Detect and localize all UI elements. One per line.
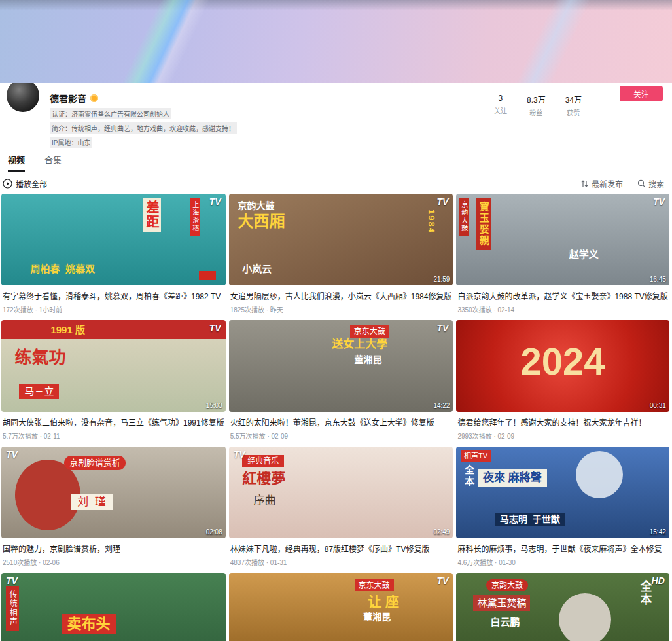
- thumb-label: 1984: [426, 210, 436, 234]
- video-thumbnail[interactable]: 京韵大鼓大西厢小岚云1984TV21:59: [229, 194, 453, 285]
- video-title[interactable]: 麻科长的麻烦事，马志明，于世猷《夜来麻将声》全本修复: [457, 543, 667, 554]
- channel-banner: [0, 0, 672, 83]
- video-title[interactable]: 林妹妹下凡啦，经典再现，87版红楼梦《序曲》TV修复版: [230, 543, 452, 554]
- sort-button[interactable]: 最新发布: [580, 178, 623, 189]
- publish-date: 02-11: [44, 433, 60, 440]
- thumb-label: 小岚云: [242, 263, 272, 275]
- publish-date: 02-09: [272, 433, 289, 440]
- video-meta: 1825次播放 · 昨天: [230, 304, 452, 314]
- video-card[interactable]: 差距上海滑稽周柏春 姚慕双TV 有字幕终于看懂，滑稽泰斗，姚慕双，周柏春《差距》…: [1, 194, 226, 314]
- view-count: 3350次播放: [457, 306, 491, 314]
- stat-following[interactable]: 3 关注: [484, 94, 517, 115]
- follow-button[interactable]: 关注: [620, 86, 663, 101]
- thumb-label: 练氣功: [15, 348, 66, 368]
- thumb-label: 2024: [456, 339, 669, 384]
- view-count: 5.7万次播放: [3, 433, 38, 440]
- video-title[interactable]: 国粹的魅力，京剧脸谱赏析，刘瑾: [3, 543, 224, 554]
- thumb-label: 董湘昆: [363, 612, 391, 623]
- username[interactable]: 德君影音: [50, 92, 86, 105]
- video-thumbnail[interactable]: 京东大鼓送女上大學董湘昆TV14:22: [229, 320, 453, 412]
- thumb-label: 全本: [637, 580, 652, 606]
- video-thumbnail[interactable]: 202400:31: [456, 320, 669, 412]
- thumb-label: 京韵大鼓: [486, 579, 528, 591]
- video-card[interactable]: 相声TV全本夜來 麻將聲马志明 于世猷15:42 麻科长的麻烦事，马志明，于世猷…: [456, 447, 669, 567]
- thumb-label: 赵学义: [569, 249, 599, 261]
- thumb-label: 京韵大鼓: [459, 198, 469, 236]
- thumb-label: 卖布头: [62, 614, 116, 634]
- ip-location: IP属地：山东: [50, 137, 92, 148]
- video-thumbnail[interactable]: 京剧脸谱赏析刘 瑾TV02:08: [1, 447, 226, 538]
- video-thumbnail[interactable]: 京韵大鼓林黛玉焚稿白云鹏全本HD06:16: [456, 573, 669, 641]
- video-title[interactable]: 德君给您拜年了！感谢大家的支持！祝大家龙年吉祥！: [457, 416, 667, 428]
- thumb-label: 林黛玉焚稿: [473, 595, 530, 611]
- video-title[interactable]: 白派京韵大鼓的改革派，赵学义《宝玉娶亲》1988 TV修复版: [457, 290, 667, 301]
- video-card[interactable]: 京东大鼓让 座董湘昆TV03:54 异性相吸，态度截然不同，董湘昆-京东大鼓《让…: [229, 573, 453, 641]
- video-toolbar: 播放全部 最新发布 搜索: [0, 172, 672, 194]
- tab-videos[interactable]: 视频: [8, 153, 25, 172]
- meta-separator: ·: [493, 559, 499, 566]
- video-card[interactable]: 京韵大鼓林黛玉焚稿白云鹏全本HD06:16 少马爷模仿的原版来啦，白云鹏《林黛玉…: [456, 573, 669, 641]
- video-card[interactable]: 202400:31 德君给您拜年了！感谢大家的支持！祝大家龙年吉祥！ 2993次…: [456, 320, 669, 441]
- stat-followers[interactable]: 8.3万 粉丝: [517, 94, 556, 117]
- vip-badge-icon: [90, 94, 98, 102]
- video-duration: 15:03: [206, 402, 222, 409]
- video-card[interactable]: 京韵大鼓大西厢小岚云1984TV21:59 女追男隔层纱，古人比我们浪漫，小岚云…: [229, 194, 453, 314]
- video-thumbnail[interactable]: 相声TV全本夜來 麻將聲马志明 于世猷15:42: [456, 447, 669, 538]
- stat-likes[interactable]: 34万 获赞: [556, 94, 592, 117]
- tab-collections[interactable]: 合集: [44, 153, 62, 172]
- video-meta: 4837次播放 · 01-31: [230, 557, 452, 567]
- avatar[interactable]: [5, 78, 41, 113]
- thumb-label: 紅樓夢: [242, 470, 285, 487]
- profile-header: 德君影音 认证：济南零伍叁么广告有限公司创始人 简介：传统相声，经典曲艺，地方戏…: [0, 83, 672, 148]
- view-count: 1825次播放: [230, 306, 264, 314]
- thumb-label: 差距: [143, 198, 161, 232]
- thumb-label: 送女上大學: [332, 338, 387, 351]
- thumb-label: 夜來 麻將聲: [478, 469, 547, 487]
- view-count: 4.6万次播放: [457, 559, 493, 566]
- video-card[interactable]: 寶玉娶親京韵大鼓赵学义TV16:45 白派京韵大鼓的改革派，赵学义《宝玉娶亲》1…: [456, 194, 669, 314]
- video-thumbnail[interactable]: 寶玉娶親京韵大鼓赵学义TV16:45: [456, 194, 669, 285]
- video-card[interactable]: 京剧脸谱赏析刘 瑾TV02:08 国粹的魅力，京剧脸谱赏析，刘瑾 2510次播放…: [1, 447, 226, 567]
- video-thumbnail[interactable]: 经典音乐紅樓夢序曲TV02:49: [229, 447, 453, 538]
- meta-separator: ·: [38, 433, 44, 440]
- video-title[interactable]: 胡同大侠张二伯来啦，没有杂音，马三立《练气功》1991修复版: [3, 416, 224, 428]
- sort-icon: [580, 179, 589, 188]
- thumb-label: 上海滑稽: [190, 198, 200, 236]
- publish-date: 01-31: [270, 559, 287, 566]
- video-thumbnail[interactable]: 差距上海滑稽周柏春 姚慕双TV: [1, 194, 226, 285]
- profile-stats: 3 关注 8.3万 粉丝 34万 获赞: [484, 83, 603, 117]
- publish-date: 01-30: [499, 559, 516, 566]
- meta-separator: ·: [264, 306, 270, 314]
- thumb-label: 刘 瑾: [71, 494, 112, 510]
- play-all-button[interactable]: 播放全部: [3, 178, 47, 189]
- view-count: 5.5万次播放: [230, 433, 266, 440]
- thumb-label: 大西厢: [238, 212, 285, 231]
- thumb-shape: [199, 271, 216, 280]
- video-thumbnail[interactable]: 传统相声卖布头于宝林 冯宝华TV12:00: [1, 573, 226, 641]
- video-card[interactable]: 经典音乐紅樓夢序曲TV02:49 林妹妹下凡啦，经典再现，87版红楼梦《序曲》T…: [229, 447, 453, 567]
- video-meta: 2993次播放 · 02-09: [457, 431, 667, 441]
- thumb-label: 马志明 于世猷: [495, 513, 565, 526]
- video-duration: 02:49: [433, 528, 450, 536]
- video-meta: 172次播放 · 1小时前: [3, 304, 224, 314]
- video-thumbnail[interactable]: 京东大鼓让 座董湘昆TV03:54: [229, 573, 453, 641]
- search-icon: [637, 179, 646, 188]
- verify-text: 认证：济南零伍叁么广告有限公司创始人: [50, 108, 171, 119]
- video-thumbnail[interactable]: 1991 版练氣功马三立TV15:03: [1, 320, 226, 412]
- video-duration: 00:31: [650, 402, 666, 409]
- banner-light-streak: [59, 0, 268, 83]
- thumb-label: 寶玉娶親: [476, 198, 491, 250]
- video-card[interactable]: 传统相声卖布头于宝林 冯宝华TV12:00 目前最清晰的版本啦，于宝林，冯宝华《…: [1, 573, 226, 641]
- video-card[interactable]: 1991 版练氣功马三立TV15:03 胡同大侠张二伯来啦，没有杂音，马三立《练…: [1, 320, 226, 441]
- video-title[interactable]: 有字幕终于看懂，滑稽泰斗，姚慕双，周柏春《差距》1982 TV: [3, 290, 224, 301]
- video-title[interactable]: 女追男隔层纱，古人比我们浪漫，小岚云《大西厢》1984修复版: [230, 290, 452, 301]
- search-button[interactable]: 搜索: [637, 178, 664, 189]
- video-card[interactable]: 京东大鼓送女上大學董湘昆TV14:22 火红的太阳来啦！董湘昆，京东大鼓《送女上…: [229, 320, 453, 441]
- view-count: 2510次播放: [3, 559, 37, 566]
- video-title[interactable]: 火红的太阳来啦！董湘昆，京东大鼓《送女上大学》修复版: [230, 416, 452, 428]
- thumb-shape: [559, 593, 611, 641]
- video-duration: 15:42: [650, 528, 666, 536]
- publish-date: 02-14: [498, 306, 515, 314]
- tv-badge: TV: [437, 576, 449, 586]
- thumb-label: 马三立: [19, 384, 59, 399]
